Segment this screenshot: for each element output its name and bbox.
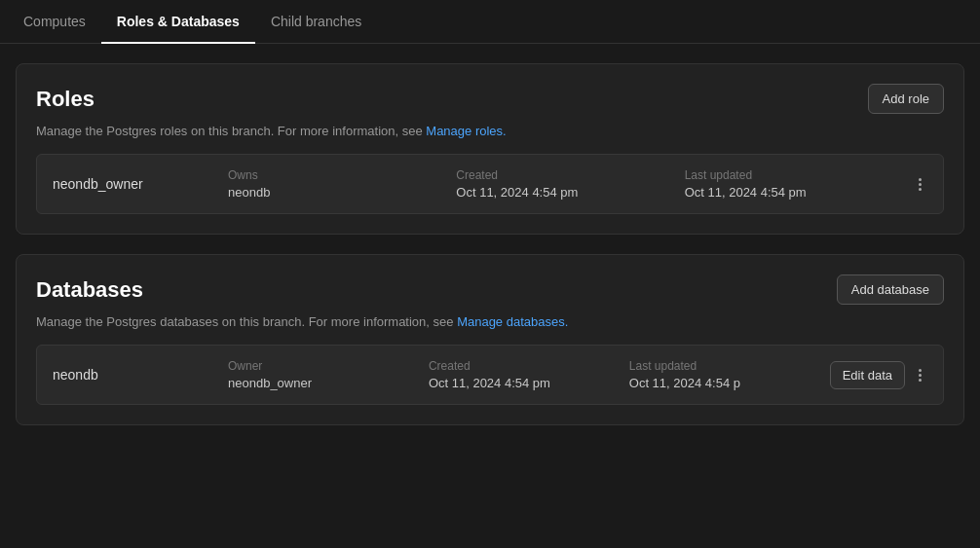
database-created-field: Created Oct 11, 2024 4:54 pm (429, 359, 629, 390)
add-database-button[interactable]: Add database (837, 274, 944, 305)
role-more-button[interactable] (913, 174, 927, 195)
role-row: neondb_owner Owns neondb Created Oct 11,… (36, 154, 944, 214)
tab-computes[interactable]: Computes (8, 0, 101, 43)
role-name: neondb_owner (53, 176, 228, 192)
databases-section: Databases Add database Manage the Postgr… (16, 254, 964, 425)
database-fields: Owner neondb_owner Created Oct 11, 2024 … (228, 359, 830, 390)
databases-section-header: Databases Add database (36, 274, 944, 305)
database-row-actions: Edit data (830, 361, 927, 389)
main-content: Roles Add role Manage the Postgres roles… (0, 44, 980, 445)
edit-data-button[interactable]: Edit data (830, 361, 905, 389)
database-row: neondb Owner neondb_owner Created Oct 11… (36, 345, 944, 405)
database-owner-label: Owner (228, 359, 429, 373)
role-owns-label: Owns (228, 168, 456, 182)
role-updated-field: Last updated Oct 11, 2024 4:54 pm (685, 168, 913, 200)
database-updated-field: Last updated Oct 11, 2024 4:54 p (629, 359, 830, 390)
database-updated-label: Last updated (629, 359, 830, 373)
more-dots-icon (919, 369, 922, 382)
roles-section-title: Roles (36, 87, 94, 112)
more-dots-icon (919, 178, 922, 191)
database-updated-value: Oct 11, 2024 4:54 p (629, 376, 830, 390)
role-created-value: Oct 11, 2024 4:54 pm (456, 185, 684, 200)
add-role-button[interactable]: Add role (868, 84, 944, 114)
manage-roles-link[interactable]: Manage roles. (426, 124, 506, 138)
tab-roles-databases[interactable]: Roles & Databases (101, 0, 255, 43)
role-owns-field: Owns neondb (228, 168, 456, 200)
database-created-label: Created (429, 359, 629, 373)
role-owns-value: neondb (228, 185, 456, 200)
database-owner-field: Owner neondb_owner (228, 359, 429, 390)
database-created-value: Oct 11, 2024 4:54 pm (429, 376, 629, 390)
role-updated-label: Last updated (685, 168, 913, 182)
tab-child-branches[interactable]: Child branches (255, 0, 377, 43)
roles-section-description: Manage the Postgres roles on this branch… (36, 124, 944, 138)
role-fields: Owns neondb Created Oct 11, 2024 4:54 pm… (228, 168, 913, 200)
manage-databases-link[interactable]: Manage databases. (457, 314, 568, 329)
databases-section-title: Databases (36, 277, 143, 303)
roles-section-header: Roles Add role (36, 84, 944, 114)
role-created-label: Created (456, 168, 684, 182)
roles-section: Roles Add role Manage the Postgres roles… (16, 63, 964, 235)
database-owner-value: neondb_owner (228, 376, 429, 390)
database-more-button[interactable] (913, 365, 927, 385)
database-name: neondb (53, 367, 228, 383)
role-updated-value: Oct 11, 2024 4:54 pm (685, 185, 913, 200)
role-row-actions (913, 174, 927, 195)
tab-bar: Computes Roles & Databases Child branche… (0, 0, 980, 44)
role-created-field: Created Oct 11, 2024 4:54 pm (456, 168, 684, 200)
databases-section-description: Manage the Postgres databases on this br… (36, 314, 944, 329)
